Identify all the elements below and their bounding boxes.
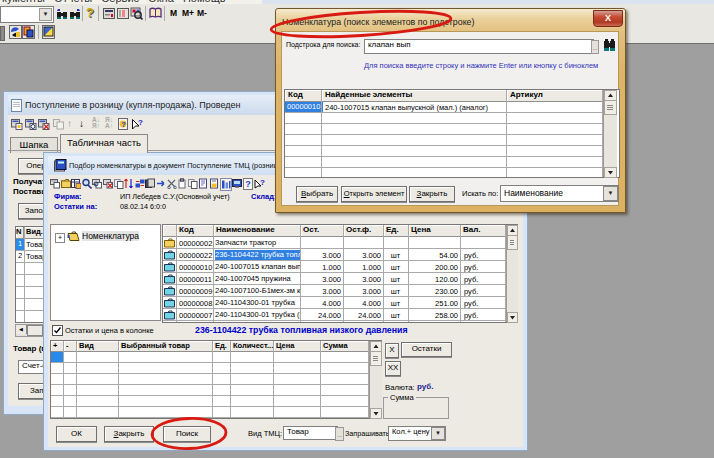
svg-text:?: ?: [260, 178, 265, 187]
svg-text:?: ?: [138, 118, 143, 127]
svg-text:?: ?: [121, 120, 126, 129]
svg-text:?: ?: [245, 179, 251, 189]
